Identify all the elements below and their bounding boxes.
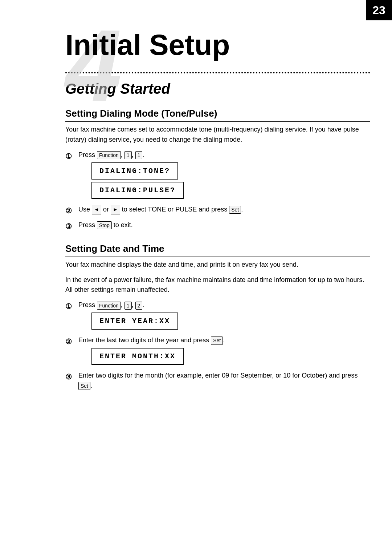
date-time-intro2: In the event of a power failure, the fax… [65, 275, 370, 295]
lcd-dialing-tone: DIALING:TONE? [91, 162, 178, 180]
lcd-dialing-pulse: DIALING:PULSE? [91, 182, 184, 199]
datetime-step-1: ① Press Function, 1, 2. ENTER YEAR:XX [65, 300, 370, 332]
step-number-2: ② [65, 205, 76, 217]
key-function-2: Function [97, 302, 121, 310]
key-set-2: Set [211, 337, 223, 345]
key-1-2: 1 [135, 151, 143, 159]
key-set-1: Set [229, 206, 241, 214]
step-number-3: ③ [65, 221, 76, 232]
dialing-step-3: ③ Press Stop to exit. [65, 220, 370, 232]
lcd-enter-year: ENTER YEAR:XX [91, 313, 178, 330]
content-area: Setting Dialing Mode (Tone/Pulse) Your f… [65, 108, 370, 391]
step-1-press-label: Press [78, 151, 97, 158]
dt-step-1-press-label: Press [78, 301, 97, 309]
dt-step-number-2: ② [65, 336, 76, 347]
lcd-enter-month: ENTER MONTH:XX [91, 348, 184, 365]
dt-step-1-content: Press Function, 1, 2. ENTER YEAR:XX [78, 300, 370, 332]
dt-step-number-1: ① [65, 301, 76, 312]
dt-step-3-content: Enter two digits for the month (for exam… [78, 371, 370, 391]
chapter-title-container: Initial Setup [0, 0, 392, 61]
dialing-mode-intro: Your fax machine comes set to accommodat… [65, 125, 370, 145]
key-set-3: Set [78, 382, 90, 390]
dialing-step-2: ② Use ◄ or ► to select TONE or PULSE and… [65, 205, 370, 217]
key-stop-1: Stop [97, 221, 112, 229]
key-function-1: Function [97, 151, 121, 159]
step-2-content: Use ◄ or ► to select TONE or PULSE and p… [78, 205, 370, 215]
arrow-right-icon: ► [111, 205, 120, 214]
subsection-dialing-mode: Setting Dialing Mode (Tone/Pulse) Your f… [65, 108, 370, 232]
date-time-intro1: Your fax machine displays the date and t… [65, 260, 370, 270]
subsection-date-time-title: Setting Date and Time [65, 243, 370, 257]
subsection-date-time: Setting Date and Time Your fax machine d… [65, 243, 370, 391]
step-1-content: Press Function, 1, 1. DIALING:TONE? DIAL… [78, 150, 370, 201]
arrow-left-icon: ◄ [92, 205, 101, 214]
dialing-mode-steps: ① Press Function, 1, 1. DIALING:TONE? DI… [65, 150, 370, 232]
dt-step-number-3: ③ [65, 371, 76, 383]
datetime-step-2: ② Enter the last two digits of the year … [65, 335, 370, 367]
date-time-steps: ① Press Function, 1, 2. ENTER YEAR:XX ② … [65, 300, 370, 391]
key-1-1: 1 [124, 151, 132, 159]
step-number-1: ① [65, 151, 76, 162]
dt-step-2-content: Enter the last two digits of the year an… [78, 335, 370, 367]
chapter-title: Initial Setup [65, 29, 392, 61]
key-2-1: 1 [124, 302, 132, 310]
step-3-content: Press Stop to exit. [78, 220, 370, 230]
key-2-2: 2 [135, 302, 143, 310]
datetime-step-3: ③ Enter two digits for the month (for ex… [65, 371, 370, 391]
dialing-step-1: ① Press Function, 1, 1. DIALING:TONE? DI… [65, 150, 370, 201]
